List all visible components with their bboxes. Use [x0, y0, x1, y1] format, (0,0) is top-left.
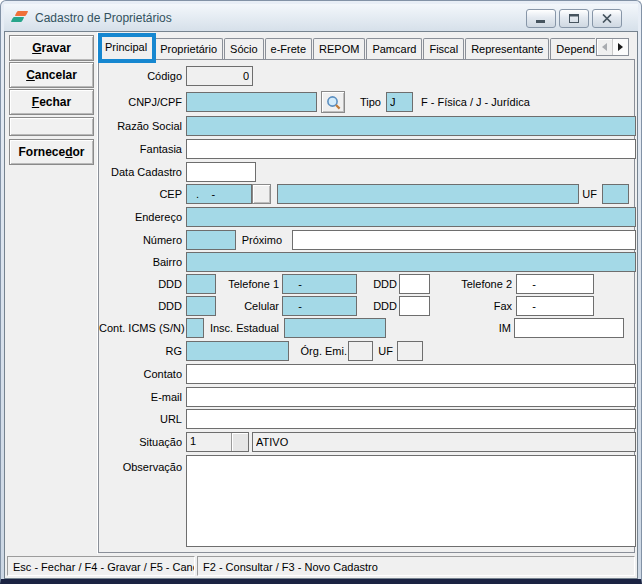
proximo-field[interactable]: [292, 230, 636, 250]
minimize-button[interactable]: [526, 9, 556, 28]
chevron-right-icon: [618, 43, 623, 51]
data-cadastro-label: Data Cadastro: [99, 162, 182, 182]
fornecedor-button[interactable]: Fornecedor: [9, 139, 94, 165]
insc-estadual-field[interactable]: [284, 318, 386, 338]
ddd2-field[interactable]: [399, 274, 430, 294]
email-field[interactable]: [186, 387, 636, 407]
email-label: E-mail: [99, 387, 182, 407]
ddd3-label: DDD: [99, 296, 182, 316]
contato-field[interactable]: [186, 364, 636, 384]
minimize-icon: [536, 14, 546, 23]
telefone1-field[interactable]: [282, 274, 357, 294]
ddd1-field[interactable]: [186, 274, 216, 294]
maximize-icon: [569, 14, 580, 23]
status-shortcuts-left: Esc - Fechar / F4 - Gravar / F5 - Cancel…: [7, 556, 195, 576]
tab-pamcard[interactable]: Pamcard: [366, 38, 422, 59]
cep-field[interactable]: [186, 184, 252, 204]
cancelar-button[interactable]: Cancelar: [9, 62, 94, 88]
maximize-button[interactable]: [559, 9, 589, 28]
tab-representante[interactable]: Representante: [465, 38, 549, 59]
cep-label: CEP: [99, 184, 182, 204]
ddd1-label: DDD: [99, 274, 182, 294]
tab-repom[interactable]: REPOM: [313, 38, 365, 59]
url-label: URL: [99, 409, 182, 429]
title-bar: Cadastro de Proprietários: [4, 4, 638, 31]
tab-scroll-left-button[interactable]: [597, 39, 612, 55]
ddd4-field[interactable]: [399, 296, 430, 316]
close-icon: [602, 14, 612, 23]
situacao-lookup-button[interactable]: [231, 433, 248, 451]
situacao-code-field[interactable]: 1: [186, 432, 249, 452]
fantasia-field[interactable]: [186, 139, 636, 159]
status-shortcuts-right: F2 - Consultar / F3 - Novo Cadastro: [197, 556, 635, 576]
form-panel: Código CNPJ/CPF Tipo F - Física / J - Ju…: [98, 59, 635, 553]
situacao-text-field: [252, 432, 636, 452]
tab-fiscal[interactable]: Fiscal: [423, 38, 464, 59]
insc-estadual-label: Insc. Estadual: [209, 318, 279, 338]
tab-efrete[interactable]: e-Frete: [265, 38, 312, 59]
url-field[interactable]: [186, 409, 636, 429]
cnpj-label: CNPJ/CPF: [99, 92, 182, 112]
uf2-field[interactable]: [397, 341, 423, 361]
data-cadastro-field[interactable]: [186, 162, 256, 182]
situacao-label: Situação: [99, 432, 182, 452]
cidade-field[interactable]: [277, 184, 579, 204]
status-bar: Esc - Fechar / F4 - Gravar / F5 - Cancel…: [5, 554, 637, 578]
proximo-label: Próximo: [235, 230, 282, 250]
fantasia-label: Fantasia: [99, 139, 182, 159]
telefone2-label: Telefone 2: [439, 274, 512, 294]
razao-social-field[interactable]: [186, 116, 636, 136]
telefone1-label: Telefone 1: [219, 274, 279, 294]
uf-label: UF: [579, 184, 597, 204]
ddd2-label: DDD: [367, 274, 397, 294]
tab-principal[interactable]: Principal: [99, 35, 153, 59]
main-panel: Principal Proprietário Sócio e-Frete REP…: [98, 32, 637, 554]
cep-lookup-button[interactable]: [252, 184, 271, 204]
tipo-hint: F - Física / J - Jurídica: [421, 92, 530, 112]
im-field[interactable]: [514, 318, 624, 338]
tab-scroll-control: [596, 38, 629, 56]
sidebar: Gravar Cancelar Fechar Fornecedor: [5, 32, 98, 554]
razao-social-label: Razão Social: [99, 116, 182, 136]
situacao-code-value: 1: [187, 433, 231, 451]
org-emi-label: Órg. Emi.: [294, 341, 347, 361]
telefone2-field[interactable]: [516, 274, 594, 294]
celular-field[interactable]: [282, 296, 357, 316]
celular-label: Celular: [219, 296, 279, 316]
bairro-label: Bairro: [99, 252, 182, 272]
tipo-label: Tipo: [339, 92, 381, 112]
tipo-field[interactable]: [386, 92, 413, 112]
endereco-label: Endereço: [99, 207, 182, 227]
blank-button[interactable]: [9, 117, 94, 136]
tab-scroll-right-button[interactable]: [612, 39, 628, 55]
tab-strip: Principal Proprietário Sócio e-Frete REP…: [99, 35, 595, 59]
org-emi-field[interactable]: [348, 341, 373, 361]
tab-proprietario[interactable]: Proprietário: [154, 38, 223, 59]
tab-socio[interactable]: Sócio: [224, 38, 264, 59]
cnpj-field[interactable]: [186, 92, 317, 112]
uf-field[interactable]: [602, 184, 629, 204]
im-label: IM: [484, 318, 511, 338]
observacao-label: Observação: [99, 457, 182, 477]
uf2-label: UF: [377, 341, 393, 361]
fax-field[interactable]: [516, 296, 594, 316]
rg-field[interactable]: [186, 341, 289, 361]
cont-icms-field[interactable]: [186, 318, 204, 338]
numero-label: Número: [99, 230, 182, 250]
close-button[interactable]: [592, 9, 622, 28]
fax-label: Fax: [439, 296, 512, 316]
app-logo-icon: [11, 10, 28, 25]
fechar-button[interactable]: Fechar: [9, 89, 94, 115]
observacao-field[interactable]: [186, 455, 636, 547]
ddd4-label: DDD: [367, 296, 397, 316]
bairro-field[interactable]: [186, 252, 636, 272]
endereco-field[interactable]: [186, 207, 636, 227]
numero-field[interactable]: [186, 230, 236, 250]
tab-dependentes[interactable]: Dependentes: [550, 38, 595, 59]
gravar-button[interactable]: Gravar: [9, 35, 94, 61]
codigo-label: Código: [99, 66, 182, 86]
chevron-left-icon: [602, 43, 607, 51]
codigo-field[interactable]: [186, 66, 253, 86]
ddd3-field[interactable]: [186, 296, 216, 316]
cont-icms-label: Cont. ICMS (S/N): [99, 318, 182, 338]
